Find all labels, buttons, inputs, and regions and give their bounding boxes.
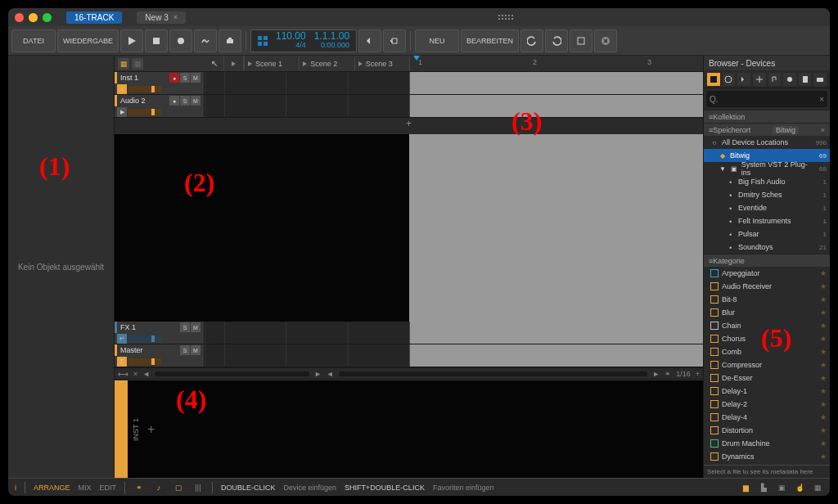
track-row[interactable]: FX 1 SM ↵ bbox=[115, 322, 703, 344]
position-time[interactable]: 0:00.000 bbox=[314, 42, 349, 50]
mute-button[interactable]: M bbox=[191, 345, 200, 355]
volume-fader[interactable] bbox=[128, 109, 161, 115]
window-minimize-button[interactable] bbox=[29, 13, 38, 22]
panel-toggle[interactable]: ||| bbox=[192, 482, 204, 493]
tab-clips[interactable] bbox=[783, 73, 796, 86]
record-arm-button[interactable]: ● bbox=[169, 73, 179, 83]
info-icon[interactable]: i bbox=[15, 484, 16, 492]
list-item[interactable]: ▪Soundtoys21 bbox=[704, 241, 830, 254]
section-kategorie[interactable]: ≡ Kategorie bbox=[704, 254, 830, 267]
list-item[interactable]: Delay-2★ bbox=[704, 398, 830, 411]
record-arm-button[interactable]: ● bbox=[169, 96, 179, 106]
punch-in-button[interactable] bbox=[358, 29, 381, 52]
metronome-icon[interactable] bbox=[258, 36, 268, 46]
file-icon[interactable]: ▙ bbox=[758, 482, 769, 493]
tab-devices[interactable] bbox=[707, 73, 720, 86]
list-item[interactable]: Comb★ bbox=[704, 345, 830, 358]
list-item[interactable]: Arpeggiator★ bbox=[704, 267, 830, 280]
list-item[interactable]: Delay-4★ bbox=[704, 411, 830, 424]
list-item[interactable]: ▪Big Fish Audio1 bbox=[704, 175, 830, 188]
time-signature[interactable]: 4/4 bbox=[276, 42, 306, 50]
tab-16track[interactable]: 16-TRACK bbox=[66, 11, 122, 24]
list-item[interactable]: Blur★ bbox=[704, 306, 830, 319]
browser-search[interactable]: Q.× bbox=[706, 91, 827, 107]
clip-launcher-toggle[interactable]: ▦ bbox=[118, 58, 129, 70]
task-button[interactable] bbox=[570, 29, 592, 52]
tab-close-icon[interactable]: × bbox=[173, 13, 178, 21]
new-menu-button[interactable]: NEU bbox=[415, 29, 459, 52]
close-button[interactable] bbox=[594, 29, 617, 52]
list-item[interactable]: Chain★ bbox=[704, 319, 830, 332]
clip-slots[interactable] bbox=[205, 72, 409, 94]
view-arrange[interactable]: ARRANGE bbox=[34, 484, 70, 492]
list-item[interactable]: Delay-1★ bbox=[704, 385, 830, 398]
list-item[interactable]: ▪Pulsar1 bbox=[704, 227, 830, 241]
help-icon[interactable]: ☝ bbox=[794, 482, 805, 493]
list-item[interactable]: Audio Receiver★ bbox=[704, 280, 830, 293]
print-button[interactable] bbox=[219, 29, 241, 52]
track-name[interactable]: Inst 1 bbox=[120, 74, 138, 82]
window-maximize-button[interactable] bbox=[43, 13, 52, 22]
close-icon[interactable]: × bbox=[133, 370, 137, 378]
solo-button[interactable]: S bbox=[180, 96, 190, 106]
track-name[interactable]: Audio 2 bbox=[120, 97, 146, 105]
device-slot[interactable]: + bbox=[144, 380, 703, 478]
stop-button[interactable] bbox=[145, 29, 168, 52]
transport-display[interactable]: 110.004/4 1.1.1.000:00.000 bbox=[250, 29, 357, 52]
tab-project[interactable]: New 3× bbox=[137, 11, 186, 24]
playback-menu-button[interactable]: WIEDERGABE bbox=[57, 29, 119, 52]
solo-button[interactable]: S bbox=[180, 322, 190, 332]
file-menu-button[interactable]: DATEI bbox=[11, 29, 56, 52]
add-track-button[interactable]: + bbox=[115, 118, 703, 134]
arrange-lane[interactable] bbox=[409, 344, 703, 367]
play-all-button[interactable] bbox=[224, 56, 244, 71]
timeline-ruler[interactable]: 1 2 3 bbox=[409, 56, 703, 71]
tab-files[interactable] bbox=[799, 73, 812, 86]
clip-slots[interactable] bbox=[205, 344, 409, 367]
record-button[interactable] bbox=[169, 29, 192, 52]
solo-button[interactable]: S bbox=[180, 73, 190, 83]
link-icon[interactable]: ⚭ bbox=[665, 370, 671, 378]
clear-search-icon[interactable]: × bbox=[819, 95, 824, 104]
automation-toggle[interactable]: ▦ bbox=[132, 58, 143, 70]
undo-button[interactable] bbox=[520, 29, 543, 52]
horizontal-scrollbar[interactable]: ⟷ × ◄► ◄► ⚭ 1/16 + bbox=[115, 367, 703, 379]
panel-toggle[interactable]: ▢ bbox=[173, 482, 184, 493]
tab-multisamples[interactable] bbox=[753, 73, 766, 86]
browser-toggle[interactable]: ▆ bbox=[740, 482, 751, 493]
tab-packages[interactable] bbox=[813, 73, 827, 86]
edit-menu-button[interactable]: BEARBEITEN bbox=[461, 29, 519, 52]
scene-3[interactable]: Scene 3 bbox=[354, 56, 409, 71]
list-item[interactable]: Compressor★ bbox=[704, 358, 830, 371]
track-row[interactable]: Master SM Σ bbox=[115, 344, 703, 367]
list-item[interactable]: Chorus★ bbox=[704, 332, 830, 345]
loop-button[interactable] bbox=[383, 29, 406, 52]
arrange-lane[interactable] bbox=[409, 322, 703, 344]
zoom-in-icon[interactable]: + bbox=[696, 370, 700, 378]
tab-presets[interactable] bbox=[723, 73, 736, 86]
view-mix[interactable]: MIX bbox=[79, 484, 92, 492]
volume-fader[interactable] bbox=[128, 86, 161, 92]
track-name[interactable]: Master bbox=[120, 346, 143, 354]
list-item[interactable]: Distortion★ bbox=[704, 424, 830, 437]
list-item[interactable]: De-Esser★ bbox=[704, 371, 830, 385]
track-row[interactable]: Audio 2 ●SM ▶ bbox=[115, 95, 703, 118]
list-item[interactable]: ○All Device Locations996 bbox=[704, 136, 830, 149]
layout-icon[interactable]: ♪ bbox=[153, 482, 164, 493]
view-edit[interactable]: EDIT bbox=[100, 484, 117, 492]
close-icon[interactable]: × bbox=[821, 126, 825, 134]
list-item[interactable]: ▪Felt Instruments1 bbox=[704, 214, 830, 227]
pointer-tool[interactable]: ↖ bbox=[205, 56, 224, 71]
list-item[interactable]: ▼▣System VST 2 Plug-ins68 bbox=[704, 162, 830, 175]
track-name[interactable]: FX 1 bbox=[120, 323, 136, 331]
add-device-icon[interactable]: + bbox=[147, 422, 155, 437]
list-item[interactable]: Dynamics★ bbox=[704, 450, 830, 463]
zoom-fit-icon[interactable]: ⟷ bbox=[118, 370, 128, 378]
section-speicherort[interactable]: ≡ SpeicherortBitwig× bbox=[704, 123, 830, 136]
mute-button[interactable]: M bbox=[191, 96, 200, 106]
list-item[interactable]: Drum Machine★ bbox=[704, 437, 830, 450]
arrange-lane[interactable] bbox=[409, 95, 703, 117]
clip-slots[interactable] bbox=[205, 95, 409, 117]
clip-slots[interactable] bbox=[205, 322, 409, 344]
tab-music[interactable] bbox=[768, 73, 782, 86]
